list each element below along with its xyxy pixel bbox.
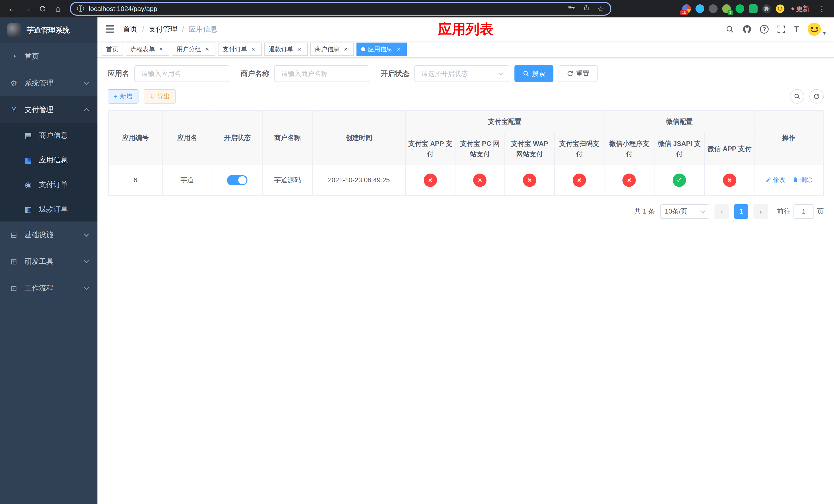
- browser-reload-icon[interactable]: [36, 2, 49, 15]
- extension-dark-icon[interactable]: [709, 4, 718, 13]
- extension-colordots-icon[interactable]: 10: [682, 4, 691, 13]
- plus-icon: +: [114, 93, 117, 100]
- close-icon[interactable]: ×: [157, 46, 164, 53]
- close-icon[interactable]: ×: [204, 46, 211, 53]
- hamburger-icon[interactable]: [106, 25, 115, 33]
- sidebar-item-label: 应用信息: [39, 155, 68, 165]
- bookmark-star-icon[interactable]: ☆: [597, 4, 604, 13]
- tags-view: 首页 流程表单 × 用户分组 × 支付订单 × 退款订单 × 商户信息 ×: [97, 41, 834, 58]
- browser-forward-icon[interactable]: →: [21, 2, 34, 15]
- page-size-select[interactable]: 10条/页: [660, 204, 709, 219]
- chevron-down-icon: [84, 285, 89, 290]
- infrastructure-icon: ⊟: [9, 230, 19, 239]
- site-info-icon[interactable]: ⓘ: [77, 4, 84, 14]
- sidebar-item-app-info[interactable]: ▦ 应用信息: [0, 148, 97, 172]
- trash-icon: [792, 177, 798, 183]
- close-icon[interactable]: ×: [342, 46, 349, 53]
- user-avatar[interactable]: ▾: [807, 22, 826, 37]
- goto-page-input[interactable]: [793, 204, 814, 219]
- fullscreen-icon[interactable]: [777, 25, 786, 33]
- sidebar-item-system[interactable]: ⚙ 系统管理: [0, 70, 97, 96]
- close-icon[interactable]: ×: [250, 46, 257, 53]
- column-header-alipay-qr: 支付宝扫码支付: [554, 133, 604, 165]
- tab-label: 支付订单: [223, 45, 247, 53]
- help-icon[interactable]: ?: [760, 25, 769, 33]
- search-button[interactable]: 搜索: [514, 65, 553, 82]
- breadcrumb-current: 应用信息: [189, 24, 218, 34]
- grid-icon: ▦: [24, 156, 33, 165]
- cell-wx-jsapi: [654, 165, 704, 196]
- sidebar-item-devtools[interactable]: ⊞ 研发工具: [0, 248, 97, 275]
- table-row: 6 芋道 芋道源码 2021-10-23 08:49:25: [109, 165, 823, 196]
- sidebar-logo[interactable]: 芋道管理系统: [0, 18, 97, 43]
- toggle-search-button[interactable]: [790, 89, 804, 104]
- caret-down-icon: ▾: [823, 30, 826, 37]
- pagination: 共 1 条 10条/页 ‹ 1 › 前往 页: [108, 204, 824, 219]
- apps-table: 应用编号 应用名 开启状态 商户名称 创建时间 支付宝配置 微信配置 操作 支付…: [108, 110, 824, 196]
- column-header-alipay-wap: 支付宝 WAP 网站支付: [505, 133, 554, 165]
- next-page-button[interactable]: ›: [753, 204, 768, 219]
- sidebar-item-workflow[interactable]: ⊡ 工作流程: [0, 275, 97, 301]
- browser-back-icon[interactable]: ←: [5, 2, 19, 15]
- logo-avatar-image: [7, 23, 22, 38]
- breadcrumb-payment[interactable]: 支付管理: [149, 24, 177, 34]
- browser-menu-kebab-icon[interactable]: ⋮: [816, 4, 828, 13]
- refresh-table-button[interactable]: [809, 89, 824, 104]
- search-icon: [523, 70, 529, 77]
- github-icon[interactable]: [743, 25, 752, 34]
- sidebar-item-merchant-info[interactable]: ▤ 商户信息: [0, 123, 97, 148]
- font-size-icon[interactable]: T: [794, 25, 799, 34]
- browser-update-button[interactable]: 更新: [789, 4, 811, 13]
- password-key-icon[interactable]: [568, 4, 575, 14]
- share-icon[interactable]: [583, 4, 590, 14]
- tab-process-form[interactable]: 流程表单 ×: [126, 43, 169, 56]
- search-icon[interactable]: [725, 25, 734, 33]
- edit-link[interactable]: 修改: [765, 176, 785, 184]
- url-bar[interactable]: ⓘ localhost:1024/pay/app ☆: [70, 2, 611, 16]
- status-select[interactable]: 请选择开启状态: [414, 65, 509, 82]
- merchant-name-input[interactable]: [275, 65, 369, 82]
- refresh-icon: [813, 93, 820, 100]
- extension-wechat-icon[interactable]: [736, 4, 744, 13]
- add-button[interactable]: + 新增: [108, 89, 138, 104]
- sidebar-item-payment[interactable]: ¥ 支付管理: [0, 96, 97, 123]
- tab-user-group[interactable]: 用户分组 ×: [172, 43, 215, 56]
- search-icon: [794, 93, 800, 100]
- sidebar-item-refund-order[interactable]: ▥ 退款订单: [0, 197, 97, 222]
- cross-circle-icon: [622, 174, 636, 187]
- browser-profile-avatar[interactable]: [775, 4, 785, 13]
- export-button[interactable]: ⇩ 导出: [144, 89, 176, 104]
- tab-refund-order[interactable]: 退款订单 ×: [264, 43, 308, 56]
- sidebar-item-pay-order[interactable]: ◉ 支付订单: [0, 172, 97, 197]
- prev-page-button[interactable]: ‹: [715, 204, 729, 219]
- delete-link[interactable]: 删除: [792, 176, 812, 184]
- sidebar-item-infrastructure[interactable]: ⊟ 基础设施: [0, 222, 97, 248]
- status-label: 开启状态: [380, 69, 409, 78]
- top-navbar: 首页 / 支付管理 / 应用信息 应用列表 ? T: [97, 18, 834, 41]
- tab-label: 流程表单: [130, 45, 155, 53]
- tab-pay-order[interactable]: 支付订单 ×: [218, 43, 262, 56]
- reset-button[interactable]: 重置: [558, 65, 597, 82]
- gear-icon: ⚙: [9, 79, 19, 88]
- sidebar-item-home[interactable]: ◔ 首页: [0, 43, 97, 70]
- tab-app-info[interactable]: 应用信息 ×: [356, 43, 407, 56]
- extension-badge: 10: [680, 10, 688, 15]
- dashboard-icon: ◔: [9, 52, 19, 61]
- check-circle-icon: [673, 174, 686, 187]
- extension-avatar-icon[interactable]: 1: [722, 4, 731, 13]
- app-name-input[interactable]: [134, 65, 229, 82]
- browser-home-icon[interactable]: ⌂: [51, 2, 65, 15]
- close-icon[interactable]: ×: [395, 46, 402, 53]
- tab-merchant-info[interactable]: 商户信息 ×: [310, 43, 354, 56]
- tab-home[interactable]: 首页: [102, 43, 123, 56]
- extension-square-icon[interactable]: [749, 4, 758, 13]
- status-toggle[interactable]: [227, 175, 247, 185]
- tab-label: 用户分组: [176, 45, 201, 53]
- extension-drop-icon[interactable]: [696, 4, 704, 13]
- breadcrumb-home[interactable]: 首页: [123, 24, 137, 34]
- extensions-puzzle-icon[interactable]: [762, 4, 771, 13]
- column-header-name: 应用名: [162, 111, 212, 165]
- column-header-wx-mini: 微信小程序支付: [604, 133, 655, 165]
- page-1-button[interactable]: 1: [734, 204, 748, 219]
- close-icon[interactable]: ×: [296, 46, 303, 53]
